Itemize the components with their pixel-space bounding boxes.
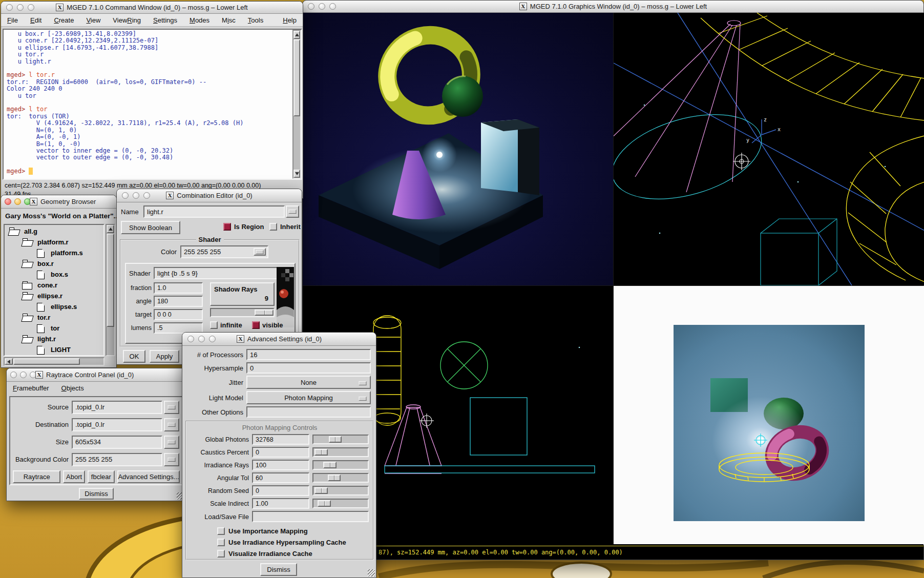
- dismiss-button[interactable]: Dismiss: [79, 488, 114, 500]
- menu-item-help[interactable]: Help: [283, 16, 297, 24]
- param-slider[interactable]: [312, 435, 369, 444]
- raytrace-panel-titlebar[interactable]: XRaytrace Control Panel (id_0): [7, 368, 185, 382]
- tree-item-LIGHT[interactable]: LIGHT: [5, 344, 103, 355]
- color-field[interactable]: 255 255 255: [180, 245, 268, 258]
- close-button[interactable]: [6, 4, 13, 11]
- field-value[interactable]: .topid_0.lr: [72, 401, 162, 414]
- close-button[interactable]: [308, 3, 314, 10]
- name-field[interactable]: light.r: [143, 205, 285, 218]
- graphics-pane-framebuffer[interactable]: [614, 286, 924, 545]
- minimize-button[interactable]: [198, 336, 205, 342]
- button-raytrace[interactable]: Raytrace: [13, 470, 60, 483]
- field-menu-button[interactable]: [164, 436, 179, 449]
- dismiss-button[interactable]: Dismiss: [260, 563, 297, 576]
- tree-item-ellipse.r[interactable]: ellipse.r: [5, 291, 103, 301]
- zoom-button[interactable]: [143, 192, 150, 199]
- menu-item-misc[interactable]: Misc: [222, 16, 236, 24]
- tree-item-ellipse.s[interactable]: ellipse.s: [5, 301, 103, 312]
- slider-thumb[interactable]: [329, 436, 342, 443]
- graphics-pane-raytraced[interactable]: [303, 13, 613, 285]
- menu-item-view[interactable]: View: [86, 16, 100, 24]
- menu-item-settings[interactable]: Settings: [153, 16, 177, 24]
- param-value[interactable]: 60: [252, 472, 309, 483]
- menu-item-modes[interactable]: Modes: [190, 16, 209, 24]
- field-menu-button[interactable]: [164, 418, 179, 431]
- option-menu[interactable]: None: [246, 376, 371, 389]
- slider-thumb[interactable]: [318, 500, 330, 507]
- field-value[interactable]: .topid_0.lr: [72, 418, 162, 431]
- show-boolean-button[interactable]: Show Boolean: [121, 221, 180, 234]
- close-button[interactable]: [10, 371, 17, 378]
- shadow-rays-slider[interactable]: [210, 308, 275, 317]
- tree-item-all.g[interactable]: all.g: [5, 226, 103, 237]
- graphics-pane-wireframe-top[interactable]: z x y: [614, 13, 924, 285]
- color-menu-button[interactable]: [254, 248, 266, 256]
- slider-thumb[interactable]: [323, 462, 336, 468]
- tree-vertical-scrollbar[interactable]: [106, 224, 115, 356]
- infinite-checkbox[interactable]: [210, 321, 218, 329]
- slider-thumb[interactable]: [255, 309, 274, 316]
- close-button[interactable]: [122, 192, 129, 199]
- button-fbclear[interactable]: fbclear: [88, 470, 115, 483]
- param-value[interactable]: 0 0 0: [154, 309, 203, 320]
- param-value[interactable]: 32768: [252, 434, 309, 445]
- field-value[interactable]: 605x534: [72, 436, 162, 449]
- tree-item-box.s[interactable]: box.s: [5, 269, 103, 280]
- command-window-titlebar[interactable]: XMGED 7.1.0 Command Window (id_0) – moss…: [1, 2, 303, 14]
- scroll-down-button[interactable]: [293, 170, 300, 178]
- combination-editor-titlebar[interactable]: XCombination Editor (id_0): [117, 189, 302, 202]
- param-value[interactable]: 0: [252, 447, 309, 458]
- tree-item-box.r[interactable]: box.r: [5, 258, 103, 269]
- field-menu-button[interactable]: [164, 453, 179, 466]
- apply-button[interactable]: Apply: [150, 350, 179, 363]
- scroll-up-button[interactable]: [107, 225, 114, 233]
- button-abort[interactable]: Abort: [63, 470, 85, 483]
- close-button[interactable]: [187, 336, 194, 342]
- tree-item-tor.r[interactable]: tor.r: [5, 312, 103, 323]
- menu-item-tools[interactable]: Tools: [248, 16, 263, 24]
- option-menu[interactable]: Photon Mapping: [246, 391, 371, 404]
- tree-item-cone.r[interactable]: cone.r: [5, 280, 103, 291]
- minimize-button[interactable]: [319, 3, 325, 10]
- scroll-left-button[interactable]: [5, 358, 13, 365]
- field-value[interactable]: 0: [246, 362, 371, 374]
- advanced-settings-titlebar[interactable]: XAdvanced Settings (id_0): [182, 333, 376, 346]
- slider-thumb[interactable]: [328, 474, 341, 481]
- param-slider[interactable]: [312, 486, 369, 496]
- minimize-button[interactable]: [133, 192, 139, 199]
- ok-button[interactable]: OK: [123, 350, 145, 363]
- param-slider[interactable]: [312, 460, 369, 470]
- checkbox[interactable]: [217, 539, 225, 546]
- param-value[interactable]: 1.0: [154, 282, 203, 294]
- param-value[interactable]: 180: [154, 296, 203, 307]
- param-value[interactable]: 1.00: [252, 498, 309, 509]
- tree-item-platform.s[interactable]: platform.s: [5, 247, 103, 258]
- menu-item-framebuffer[interactable]: Framebuffer: [13, 384, 49, 392]
- graphics-window-titlebar[interactable]: XMGED 7.1.0 Graphics Window (id_0) – mos…: [303, 1, 923, 13]
- zoom-button[interactable]: [209, 336, 216, 342]
- zoom-button[interactable]: [329, 3, 336, 10]
- tree-item-platform.r[interactable]: platform.r: [5, 237, 103, 247]
- tree-item-light.r[interactable]: light.r: [5, 334, 103, 344]
- slider-thumb[interactable]: [314, 487, 327, 494]
- close-button[interactable]: [5, 198, 11, 205]
- param-value[interactable]: 100: [252, 460, 309, 470]
- menu-item-objects[interactable]: Objects: [61, 384, 84, 392]
- name-menu-button[interactable]: [286, 205, 299, 218]
- inherit-checkbox[interactable]: [269, 223, 277, 231]
- resize-grip[interactable]: [368, 569, 375, 576]
- param-slider[interactable]: [312, 447, 369, 457]
- field-value[interactable]: 16: [246, 349, 371, 360]
- slider-thumb[interactable]: [314, 449, 327, 456]
- checkbox[interactable]: [217, 550, 225, 558]
- is-region-checkbox[interactable]: [223, 223, 231, 231]
- visible-checkbox[interactable]: [252, 321, 260, 329]
- param-slider[interactable]: [312, 499, 369, 508]
- scroll-up-button[interactable]: [293, 31, 300, 39]
- geometry-browser-titlebar[interactable]: XGeometry Browser: [1, 195, 116, 209]
- field-value[interactable]: [246, 406, 371, 418]
- scrollbar-thumb[interactable]: [107, 234, 114, 327]
- scrollbar-thumb[interactable]: [13, 358, 80, 365]
- console-scrollbar[interactable]: [292, 30, 301, 179]
- scrollbar-thumb[interactable]: [293, 39, 300, 116]
